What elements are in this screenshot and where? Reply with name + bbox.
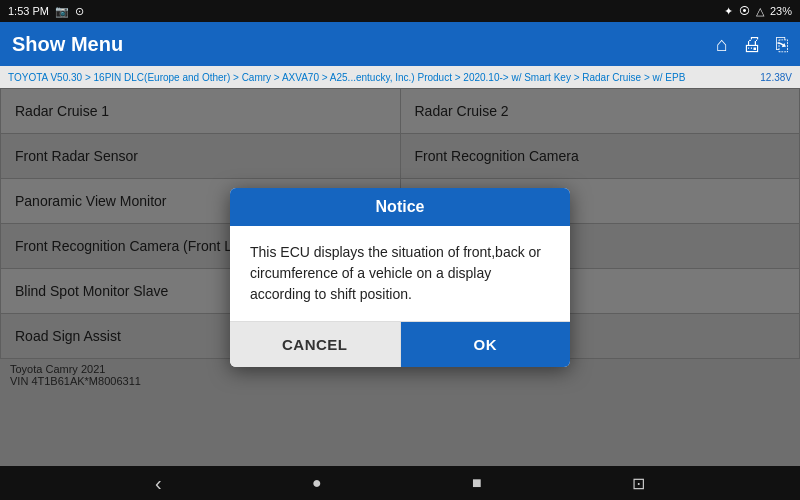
signal-icon: △ [756, 5, 764, 18]
dialog-message: This ECU displays the situation of front… [230, 226, 570, 321]
bottom-nav-bar: ‹ ● ■ ⊡ [0, 466, 800, 500]
recent-nav-icon[interactable]: ■ [472, 474, 482, 492]
toolbar: Show Menu ⌂ 🖨 ⎘ [0, 22, 800, 66]
screen-nav-icon[interactable]: ⊡ [632, 474, 645, 493]
wifi-icon: ⦿ [739, 5, 750, 17]
dialog-overlay: Notice This ECU displays the situation o… [0, 88, 800, 466]
cancel-button[interactable]: CANCEL [230, 322, 401, 367]
back-nav-icon[interactable]: ‹ [155, 472, 162, 495]
ok-button[interactable]: OK [401, 322, 571, 367]
status-bar: 1:53 PM 📷 ⊙ ✦ ⦿ △ 23% [0, 0, 800, 22]
time-display: 1:53 PM [8, 5, 49, 17]
screenshot-icon: 📷 [55, 5, 69, 18]
notice-dialog: Notice This ECU displays the situation o… [230, 188, 570, 367]
battery-display: 23% [770, 5, 792, 17]
share-icon[interactable]: ⎘ [776, 33, 788, 56]
main-content: Radar Cruise 1 Radar Cruise 2 Front Rada… [0, 88, 800, 466]
breadcrumb: TOYOTA V50.30 > 16PIN DLC(Europe and Oth… [0, 66, 800, 88]
breadcrumb-text: TOYOTA V50.30 > 16PIN DLC(Europe and Oth… [8, 72, 685, 83]
bluetooth-icon: ✦ [724, 5, 733, 18]
home-nav-icon[interactable]: ● [312, 474, 322, 492]
home-icon[interactable]: ⌂ [716, 33, 728, 56]
voltage-display: 12.38V [760, 72, 792, 83]
dialog-title: Notice [230, 188, 570, 226]
status-bar-right: ✦ ⦿ △ 23% [724, 5, 792, 18]
extra-icon: ⊙ [75, 5, 84, 18]
status-bar-left: 1:53 PM 📷 ⊙ [8, 5, 84, 18]
toolbar-icons: ⌂ 🖨 ⎘ [716, 33, 788, 56]
print-icon[interactable]: 🖨 [742, 33, 762, 56]
dialog-buttons: CANCEL OK [230, 321, 570, 367]
page-title: Show Menu [12, 33, 123, 56]
